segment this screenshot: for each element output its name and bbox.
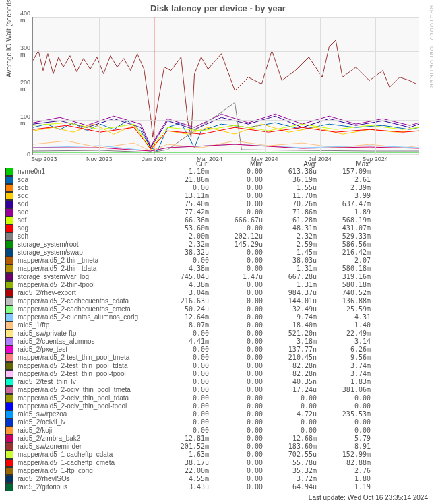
legend-row: mapper/raid5_1-ftp_corig22.00m0.0035.32m… <box>5 467 431 475</box>
xtick: Sep 2023 <box>31 154 57 162</box>
series-avg: 521.20n <box>266 329 319 338</box>
series-cur: 216.63u <box>158 297 212 305</box>
ytick: 200 m <box>20 79 33 92</box>
series-name: raid5_1/ftp <box>16 321 158 329</box>
legend-row: storage_system/var_log745.04u1.47u667.28… <box>5 273 431 281</box>
series-max: 3.14 <box>319 338 373 346</box>
series-avg: 183.60m <box>266 443 319 451</box>
series-max: 580.18m <box>319 281 373 289</box>
series-min: 0.00 <box>212 418 266 427</box>
series-avg: 82.28n <box>266 362 319 370</box>
legend-swatch <box>5 354 13 362</box>
legend-row: mapper/raid5_2-cuentas_alumnos_corig12.6… <box>5 313 431 321</box>
series-cur: 3.43u <box>158 483 212 491</box>
ytick: 400 m <box>20 10 33 24</box>
legend-swatch <box>5 176 13 184</box>
series-avg: 210.45n <box>266 354 319 362</box>
series-min: 0.00 <box>212 362 266 370</box>
series-max: 3.74m <box>319 370 373 378</box>
legend-swatch <box>5 257 13 265</box>
series-min: 145.29u <box>212 241 266 249</box>
legend-row: mapper/raid5_2-ociv_thin_pool_tmeta0.000… <box>5 386 431 394</box>
series-min: 0.00 <box>212 459 266 467</box>
legend-row: mapper/raid5_2-test_thin_pool_tmeta0.000… <box>5 354 431 362</box>
legend-swatch <box>5 362 13 370</box>
last-update: Last update: Wed Oct 16 23:35:14 2024 <box>0 493 436 504</box>
legend-row: raid5_2/test_thin_lv0.000.0040.35n1.83m <box>5 378 431 386</box>
series-cur: 0.00 <box>158 184 212 192</box>
series-cur: 201.52m <box>158 443 212 451</box>
series-max: 136.88m <box>319 297 373 305</box>
series-avg: 613.38u <box>266 168 319 176</box>
series-cur: 0.00 <box>158 410 212 418</box>
series-name: sde <box>16 208 158 216</box>
legend-swatch <box>5 200 13 208</box>
series-avg: 36.19m <box>266 176 319 184</box>
series-min: 0.00 <box>212 427 266 435</box>
legend-swatch <box>5 410 13 418</box>
series-max: 3.74m <box>319 362 373 370</box>
series-max: 1.83m <box>319 378 373 386</box>
series-max: 568.19m <box>319 216 373 224</box>
series-max: 3.99 <box>319 192 373 200</box>
chart-container: Disk latency per device - by year RRDTOO… <box>0 0 436 504</box>
series-min: 0.00 <box>212 265 266 273</box>
series-avg: 11.70m <box>266 192 319 200</box>
legend-row: raid5_1/ftp8.07m0.0018.40m1.40 <box>5 321 431 329</box>
legend-row: mapper/raid5_2-test_thin_pool_tdata0.000… <box>5 362 431 370</box>
series-avg: 984.37u <box>266 289 319 297</box>
series-cur: 8.07m <box>158 321 212 329</box>
series-cur: 0.00 <box>158 354 212 362</box>
series-name: sdf <box>16 216 158 224</box>
legend-swatch <box>5 402 13 410</box>
legend-swatch <box>5 386 13 394</box>
series-cur: 2.00m <box>158 232 212 241</box>
series-max: 1.40 <box>319 321 373 329</box>
series-name: mapper/raid5_2-thin_tmeta <box>16 257 158 265</box>
series-name: raid5_sw/private-ftp <box>16 329 158 338</box>
legend-row: sde77.42m0.0071.86m1.89 <box>5 208 431 216</box>
series-name: raid5_2/rhevISOs <box>16 475 158 483</box>
series-max: 1.89 <box>319 208 373 216</box>
series-min: 0.00 <box>212 305 266 313</box>
series-cur: 12.81m <box>158 435 212 443</box>
series-name: storage_system/swap <box>16 249 158 257</box>
series-max: 637.47m <box>319 200 373 208</box>
series-min: 0.00 <box>212 346 266 354</box>
series-avg: 1.55u <box>266 184 319 192</box>
legend-swatch <box>5 329 13 338</box>
series-max: 152.99m <box>319 451 373 459</box>
series-avg: 61.28m <box>266 216 319 224</box>
series-min: 0.00 <box>212 451 266 459</box>
legend-row: mapper/raid5_1-cacheftp_cdata1.63m0.0070… <box>5 451 431 459</box>
legend-swatch <box>5 394 13 402</box>
series-max: 740.52m <box>319 289 373 297</box>
series-name: mapper/raid5_2-ociv_thin_pool_tmeta <box>16 386 158 394</box>
series-name: storage_system/var_log <box>16 273 158 281</box>
series-avg: 35.32m <box>266 467 319 475</box>
series-name: raid5_sw/zoneminder <box>16 443 158 451</box>
series-max: 82.88m <box>319 459 373 467</box>
series-cur: 38.32u <box>158 249 212 257</box>
series-name: nvme0n1 <box>16 168 158 176</box>
series-max: 0.00 <box>319 394 373 402</box>
legend-swatch <box>5 265 13 273</box>
xtick: Sep 2024 <box>362 154 388 162</box>
series-avg: 1.31m <box>266 281 319 289</box>
legend-swatch <box>5 192 13 200</box>
series-min: 0.00 <box>212 443 266 451</box>
legend-table: Cur: Min: Avg: Max: nvme0n11.10m0.00613.… <box>5 160 431 491</box>
legend-swatch <box>5 241 13 249</box>
series-cur: 4.38m <box>158 281 212 289</box>
series-max: 586.56m <box>319 241 373 249</box>
legend-swatch <box>5 289 13 297</box>
series-avg: 71.86m <box>266 208 319 216</box>
legend-swatch <box>5 483 13 491</box>
series-cur: 0.00 <box>158 346 212 354</box>
series-avg: 32.49u <box>266 305 319 313</box>
series-min: 0.00 <box>212 402 266 410</box>
series-name: mapper/raid5_2-cachecuentas_cmeta <box>16 305 158 313</box>
series-avg: 3.18m <box>266 338 319 346</box>
legend-swatch <box>5 305 13 313</box>
series-name: mapper/raid5_2-test_thin_pool-tpool <box>16 370 158 378</box>
